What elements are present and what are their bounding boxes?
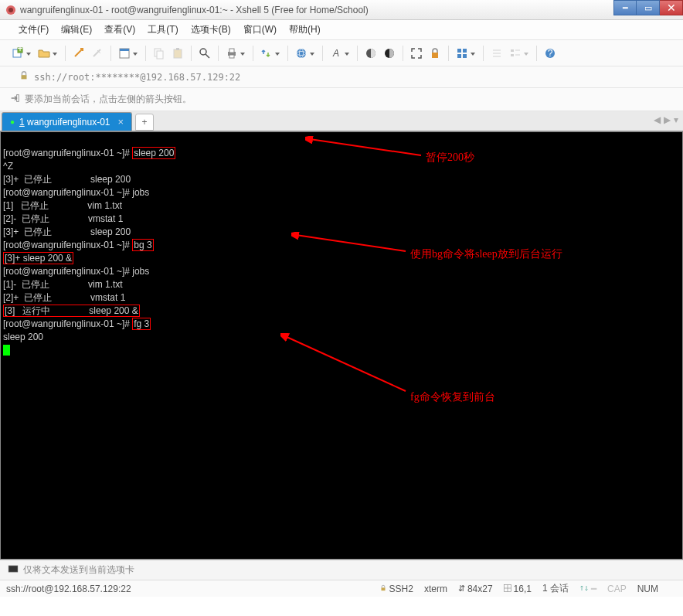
menu-help[interactable]: 帮助(H)	[283, 21, 327, 39]
tab-menu-icon[interactable]: ▾	[674, 114, 678, 125]
color1-icon[interactable]	[362, 45, 379, 62]
help-icon[interactable]: ?	[542, 45, 559, 62]
paste-icon[interactable]	[169, 45, 186, 62]
status-bar: ssh://root@192.168.57.129:22 SSH2 xterm …	[0, 580, 683, 597]
add-tab-button[interactable]: +	[135, 114, 154, 131]
svg-rect-31	[511, 49, 514, 52]
status-num: NUM	[637, 584, 658, 594]
svg-rect-24	[457, 49, 461, 53]
terminal-line: [3]+ 已停止 sleep 200	[3, 226, 131, 237]
annotation-label: fg命令恢复到前台	[410, 391, 495, 403]
compose-placeholder[interactable]: 仅将文本发送到当前选项卡	[23, 563, 134, 577]
status-cap: CAP	[607, 584, 627, 594]
terminal-line: [3]+ 已停止 sleep 200	[3, 174, 131, 185]
disconnect-icon[interactable]	[89, 45, 106, 62]
transfer-icon[interactable]	[258, 45, 275, 62]
tab-bar: ● 1 wangruifenglinux-01 × + ◀ ▶ ▾	[0, 111, 683, 131]
terminal-line: [2]+ 已停止 vmstat 1	[3, 292, 125, 303]
svg-rect-16	[229, 55, 234, 58]
tab-close-icon[interactable]: ×	[114, 116, 124, 128]
svg-rect-25	[463, 49, 467, 53]
svg-rect-10	[174, 49, 182, 58]
svg-point-1	[8, 8, 13, 12]
svg-line-40	[296, 235, 406, 251]
tab-next-icon[interactable]: ▶	[664, 114, 671, 125]
tile-icon[interactable]	[454, 45, 471, 62]
svg-rect-38	[17, 95, 19, 102]
compose-icon[interactable]	[8, 563, 19, 577]
svg-rect-43	[9, 567, 18, 572]
status-connection: ssh://root@192.168.57.129:22	[6, 584, 369, 594]
svg-rect-27	[463, 54, 467, 58]
cursor	[3, 345, 10, 356]
terminal[interactable]: [root@wangruifenglinux-01 ~]# sleep 200 …	[0, 131, 683, 560]
menu-tabs[interactable]: 选项卡(B)	[185, 21, 237, 39]
compose-bar: 仅将文本发送到当前选项卡	[0, 560, 683, 580]
status-pos: 16,1	[514, 584, 532, 594]
fullscreen-icon[interactable]	[408, 45, 425, 62]
titlebar: wangruifenglinux-01 - root@wangruifengli…	[0, 0, 683, 20]
terminal-line: [root@wangruifenglinux-01 ~]# sleep 200	[3, 147, 175, 159]
color2-icon[interactable]	[381, 45, 398, 62]
app-icon	[5, 4, 17, 16]
terminal-line: [1]- 已停止 vim 1.txt	[3, 279, 123, 290]
terminal-line: [3]+ sleep 200 &	[3, 252, 73, 264]
tab-prev-icon[interactable]: ◀	[654, 114, 661, 125]
svg-rect-26	[457, 54, 461, 58]
menu-file[interactable]: 文件(F)	[12, 21, 55, 39]
address-text[interactable]: ssh://root:********@192.168.57.129:22	[34, 72, 240, 83]
copy-icon[interactable]	[151, 45, 168, 62]
svg-text:A: A	[332, 48, 339, 59]
status-term: xterm	[424, 584, 447, 594]
svg-rect-37	[22, 75, 27, 79]
annotation-arrow	[291, 232, 412, 255]
session-tab[interactable]: ● 1 wangruifenglinux-01 ×	[2, 112, 132, 131]
svg-rect-23	[432, 53, 438, 58]
menu-edit[interactable]: 编辑(E)	[55, 21, 98, 39]
svg-rect-44	[381, 587, 385, 590]
terminal-line: [root@wangruifenglinux-01 ~]# bg 3	[3, 239, 154, 251]
hint-text: 要添加当前会话，点击左侧的箭头按钮。	[25, 93, 192, 106]
annotation-arrow	[305, 136, 429, 159]
new-session-icon[interactable]: +	[9, 45, 26, 62]
window-title: wangruifenglinux-01 - root@wangruifengli…	[20, 5, 681, 15]
toolbar: + A ?	[0, 40, 683, 66]
terminal-line: sleep 200	[3, 332, 43, 342]
open-folder-icon[interactable]	[36, 45, 53, 62]
size-icon: ⇵	[458, 584, 465, 594]
close-button[interactable]: ✕	[660, 0, 683, 15]
svg-text:+: +	[17, 47, 22, 54]
list-icon[interactable]	[488, 45, 505, 62]
terminal-line: [2]- 已停止 vmstat 1	[3, 213, 123, 224]
tab-label: wangruifenglinux-01	[27, 117, 110, 128]
svg-point-17	[297, 49, 306, 58]
hint-bar: 要添加当前会话，点击左侧的箭头按钮。	[0, 88, 683, 111]
menu-window[interactable]: 窗口(W)	[237, 21, 283, 39]
terminal-line: ^Z	[3, 161, 13, 172]
maximize-button[interactable]: ▭	[637, 0, 660, 15]
status-size: 84x27	[467, 584, 493, 594]
terminal-line: [root@wangruifenglinux-01 ~]# jobs	[3, 266, 149, 277]
reconnect-icon[interactable]	[70, 45, 87, 62]
globe-icon[interactable]	[293, 45, 310, 62]
tab-nav: ◀ ▶ ▾	[654, 114, 678, 125]
svg-line-41	[285, 336, 406, 391]
lock-icon[interactable]	[426, 45, 443, 62]
print-icon[interactable]	[223, 45, 240, 62]
svg-rect-7	[120, 49, 129, 51]
svg-rect-9	[157, 51, 163, 59]
menu-view[interactable]: 查看(V)	[98, 21, 141, 39]
menu-tools[interactable]: 工具(T)	[141, 21, 184, 39]
hint-arrow-icon[interactable]	[9, 93, 20, 106]
properties-icon[interactable]	[116, 45, 133, 62]
svg-point-12	[200, 49, 206, 55]
connected-indicator-icon: ●	[10, 117, 15, 126]
view-mode-icon[interactable]	[507, 45, 524, 62]
tab-index: 1	[19, 117, 25, 128]
svg-text:?: ?	[548, 48, 553, 59]
status-session: 1 会话	[542, 582, 569, 595]
search-icon[interactable]	[196, 45, 213, 62]
minimize-button[interactable]: ━	[613, 0, 637, 15]
font-icon[interactable]: A	[328, 45, 345, 62]
menubar: 文件(F) 编辑(E) 查看(V) 工具(T) 选项卡(B) 窗口(W) 帮助(…	[0, 20, 683, 40]
